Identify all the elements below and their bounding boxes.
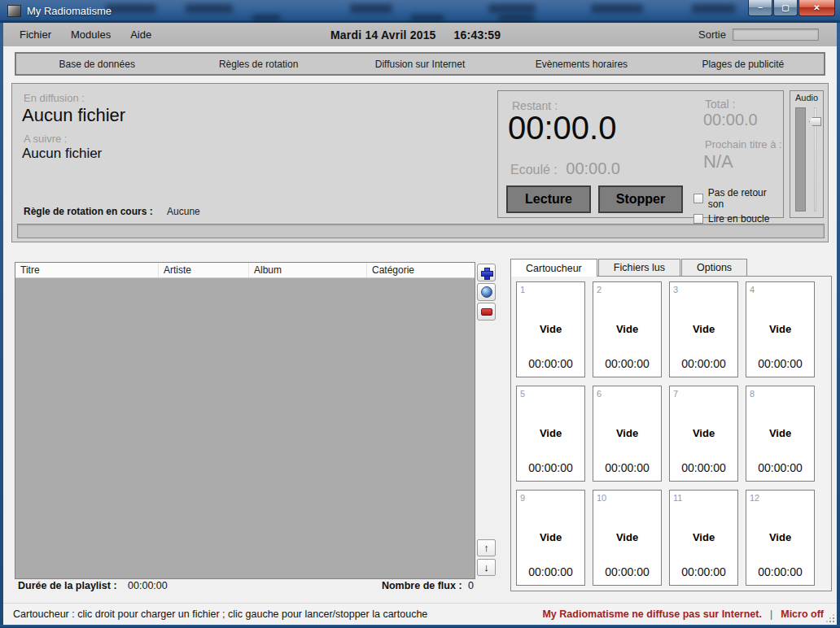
cartridge-slot[interactable]: 7 Vide 00:00:00: [669, 386, 738, 482]
move-up-button[interactable]: ↑: [477, 539, 496, 556]
cartridge-label: Vide: [517, 531, 584, 543]
datetime-display: Mardi 14 Avril 201516:43:59: [330, 28, 501, 41]
up-next-value: Aucun fichier: [22, 146, 102, 162]
cartridge-slot[interactable]: 10 Vide 00:00:00: [593, 490, 662, 586]
down-arrow-icon: ↓: [483, 561, 489, 573]
audio-label: Audio: [790, 93, 823, 102]
cartridge-label: Vide: [670, 323, 737, 335]
up-next-label: A suivre :: [24, 133, 67, 145]
cartridge-time: 00:00:00: [670, 565, 737, 578]
cartridge-number: 7: [673, 389, 678, 399]
tab-regles-rotation[interactable]: Règles de rotation: [177, 54, 339, 74]
add-file-button[interactable]: [477, 264, 496, 281]
menu-aide[interactable]: Aide: [120, 25, 161, 44]
cartridge-slot[interactable]: 6 Vide 00:00:00: [593, 386, 662, 482]
menu-modules[interactable]: Modules: [61, 25, 120, 44]
stop-button[interactable]: Stopper: [598, 185, 683, 213]
playlist-table[interactable]: Titre Artiste Album Catégorie: [15, 262, 475, 579]
play-button[interactable]: Lecture: [506, 185, 591, 213]
playlist-duration-value: 00:00:00: [128, 580, 168, 591]
cartridge-label: Vide: [517, 427, 584, 439]
glass-blur-artifact: [252, 15, 280, 21]
tab-diffusion-internet[interactable]: Diffusion sur Internet: [339, 54, 501, 74]
cartridge-slot[interactable]: 2 Vide 00:00:00: [593, 281, 662, 377]
maximize-button[interactable]: ▢: [773, 0, 798, 16]
tab-base-de-donnees[interactable]: Base de données: [16, 54, 177, 74]
cartridge-label: Vide: [746, 427, 814, 439]
no-return-label: Pas de retour son: [708, 187, 783, 210]
titlebar[interactable]: My Radiomatisme – ▢ ✕: [0, 0, 840, 23]
cartridge-slot[interactable]: 4 Vide 00:00:00: [746, 281, 815, 377]
cartridge-slot[interactable]: 5 Vide 00:00:00: [516, 386, 585, 482]
app-icon[interactable]: [7, 5, 21, 17]
cartridge-time: 00:00:00: [746, 565, 814, 578]
cartridge-slot[interactable]: 12 Vide 00:00:00: [746, 490, 815, 586]
move-down-button[interactable]: ↓: [477, 559, 496, 576]
cartridge-time: 00:00:00: [670, 357, 737, 370]
playback-progress-bar: [17, 224, 825, 238]
loop-checkbox[interactable]: [693, 214, 703, 224]
total-label: Total :: [705, 98, 735, 111]
next-title-value: N/A: [703, 151, 733, 172]
statusbar: Cartoucheur : clic droit pour charger un…: [3, 603, 837, 625]
column-header-album[interactable]: Album: [249, 263, 367, 277]
cartoucheur-panel: 1 Vide 00:00:00 2 Vide 00:00:00 3 Vide 0…: [510, 276, 832, 591]
audio-panel: Audio: [790, 90, 824, 218]
app-window: My Radiomatisme – ▢ ✕ Fichier Modules Ai…: [0, 0, 840, 628]
resize-grip-icon[interactable]: [826, 614, 834, 622]
cartridge-label: Vide: [670, 531, 737, 543]
cartridge-time: 00:00:00: [593, 357, 661, 370]
volume-slider-thumb[interactable]: [809, 117, 821, 126]
cartridge-time: 00:00:00: [517, 357, 584, 370]
glass-blur-artifact: [350, 4, 392, 13]
glass-blur-artifact: [692, 4, 736, 13]
window-frame-right: [837, 23, 840, 625]
cartridge-slot[interactable]: 9 Vide 00:00:00: [516, 490, 585, 586]
mic-status-text[interactable]: Micro off: [781, 608, 824, 620]
next-title-label: Prochain titre à :: [705, 138, 782, 150]
glass-blur-artifact: [106, 4, 156, 13]
cartridge-slot[interactable]: 1 Vide 00:00:00: [516, 281, 585, 377]
plus-icon: [481, 268, 492, 278]
minimize-button[interactable]: –: [748, 0, 772, 16]
cartridge-time: 00:00:00: [517, 565, 584, 578]
cartridge-time: 00:00:00: [517, 461, 584, 474]
cartridge-slot[interactable]: 11 Vide 00:00:00: [669, 490, 738, 586]
elapsed-label: Ecoulé :: [510, 163, 558, 177]
cartridge-number: 1: [520, 285, 525, 294]
column-header-categorie[interactable]: Catégorie: [367, 263, 475, 277]
cartridge-number: 12: [750, 493, 759, 503]
cartridge-number: 10: [597, 493, 606, 503]
cartridge-slot[interactable]: 3 Vide 00:00:00: [669, 281, 738, 377]
globe-icon: [481, 286, 492, 298]
tab-options[interactable]: Options: [681, 259, 747, 276]
tab-plages-publicite[interactable]: Plages de publicité: [663, 54, 824, 74]
glass-blur-artifact: [411, 15, 444, 21]
cartridge-time: 00:00:00: [593, 565, 661, 578]
add-stream-button[interactable]: [477, 283, 496, 301]
no-return-checkbox[interactable]: [693, 194, 703, 203]
tab-cartoucheur[interactable]: Cartoucheur: [510, 259, 597, 277]
close-button[interactable]: ✕: [798, 0, 835, 16]
cartridge-time: 00:00:00: [593, 461, 661, 474]
rotation-rule-value: Aucune: [167, 206, 200, 217]
output-level-label: Sortie: [698, 28, 726, 41]
cartridge-label: Vide: [593, 323, 661, 335]
cartridge-label: Vide: [517, 323, 584, 335]
tab-evenements-horaires[interactable]: Evènements horaires: [501, 54, 662, 74]
cartridge-number: 3: [673, 285, 678, 294]
menu-fichier[interactable]: Fichier: [10, 25, 61, 44]
column-header-artiste[interactable]: Artiste: [159, 263, 249, 277]
timer-panel: Restant : 00:00.0 Ecoulé : 00:00.0 Total…: [497, 90, 784, 218]
remove-button[interactable]: [477, 303, 496, 321]
column-header-titre[interactable]: Titre: [15, 263, 159, 277]
up-arrow-icon: ↑: [483, 542, 489, 554]
glass-blur-artifact: [591, 4, 643, 13]
now-playing-label: En diffusion :: [24, 92, 85, 104]
cartridge-slot[interactable]: 8 Vide 00:00:00: [746, 386, 815, 482]
tab-fichiers-lus[interactable]: Fichiers lus: [598, 259, 680, 276]
remaining-value: 00:00.0: [508, 110, 616, 146]
cartridge-number: 6: [597, 389, 602, 399]
cartridge-label: Vide: [593, 427, 661, 439]
playlist-header: Titre Artiste Album Catégorie: [15, 263, 475, 278]
